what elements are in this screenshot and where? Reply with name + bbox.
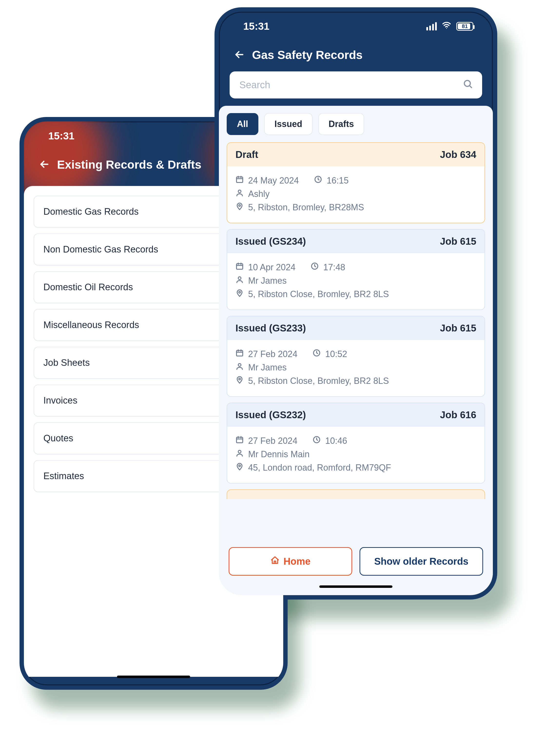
- record-person: Mr James: [248, 362, 286, 373]
- main-panel: All Issued Drafts Draft Job 634 24 May 2…: [219, 106, 493, 592]
- record-job: Job 634: [440, 149, 476, 160]
- record-header: Issued (GS234) Job 615: [227, 230, 485, 253]
- record-date: 10 Apr 2024: [248, 262, 295, 273]
- svg-point-13: [239, 378, 240, 380]
- person-icon: [235, 189, 244, 199]
- record-card[interactable]: Issued (GS234) Job 615 10 Apr 2024 17:48…: [227, 229, 485, 310]
- svg-point-8: [238, 277, 241, 279]
- location-icon: [235, 462, 244, 473]
- svg-rect-2: [236, 177, 243, 182]
- svg-point-5: [239, 205, 240, 207]
- calendar-icon: [235, 175, 244, 186]
- record-card-peek: [227, 489, 485, 499]
- home-icon: [270, 556, 280, 567]
- svg-rect-14: [236, 437, 243, 443]
- older-label: Show older Records: [374, 556, 468, 567]
- record-header: Draft Job 634: [227, 143, 485, 166]
- person-icon: [235, 449, 244, 459]
- record-body: 27 Feb 2024 10:52 Mr James 5, Ribston Cl…: [227, 340, 485, 396]
- status-time: 15:31: [243, 20, 269, 32]
- clock-icon: [311, 262, 319, 273]
- record-job: Job 615: [440, 236, 476, 247]
- record-job: Job 616: [440, 410, 476, 420]
- record-status: Issued (GS234): [235, 236, 306, 247]
- record-time: 10:52: [325, 349, 347, 359]
- record-time: 16:15: [327, 176, 349, 186]
- record-job: Job 615: [440, 323, 476, 334]
- svg-point-9: [239, 291, 240, 293]
- page-title: Gas Safety Records: [252, 48, 363, 62]
- location-icon: [235, 289, 244, 299]
- search-wrap: [219, 71, 493, 106]
- svg-rect-10: [236, 350, 243, 356]
- status-bar: 15:31 81: [219, 12, 493, 41]
- location-icon: [235, 376, 244, 386]
- record-person: Mr James: [248, 276, 286, 286]
- record-time: 10:46: [325, 436, 347, 446]
- status-icons: 81: [426, 20, 473, 32]
- record-person: Ashly: [248, 189, 270, 199]
- home-indicator-icon: [319, 585, 392, 588]
- person-icon: [235, 362, 244, 373]
- svg-rect-6: [236, 264, 243, 269]
- search-input[interactable]: [239, 79, 426, 91]
- tab-all[interactable]: All: [227, 113, 258, 135]
- record-date: 27 Feb 2024: [248, 436, 297, 446]
- tab-issued[interactable]: Issued: [264, 113, 313, 135]
- record-time: 17:48: [323, 262, 345, 273]
- tab-drafts[interactable]: Drafts: [318, 113, 364, 135]
- signal-icon: [426, 22, 437, 30]
- home-indicator-icon: [117, 675, 190, 678]
- record-header: Issued (GS233) Job 615: [227, 316, 485, 340]
- clock-icon: [313, 436, 321, 446]
- person-icon: [235, 276, 244, 286]
- record-address: 5, Ribston Close, Bromley, BR2 8LS: [248, 289, 389, 299]
- record-body: 10 Apr 2024 17:48 Mr James 5, Ribston Cl…: [227, 253, 485, 310]
- back-arrow-icon[interactable]: [233, 49, 245, 61]
- record-status: Issued (GS232): [235, 410, 306, 420]
- record-body: 24 May 2024 16:15 Ashly 5, Ribston, Brom…: [227, 166, 485, 223]
- record-status: Draft: [235, 149, 258, 160]
- wifi-icon: [442, 20, 452, 32]
- location-icon: [235, 202, 244, 213]
- record-status: Issued (GS233): [235, 323, 306, 334]
- record-card[interactable]: Draft Job 634 24 May 2024 16:15 Ashly: [227, 142, 485, 223]
- clock-icon: [314, 175, 322, 186]
- home-button[interactable]: Home: [229, 547, 352, 575]
- record-address: 5, Ribston Close, Bromley, BR2 8LS: [248, 376, 389, 386]
- record-address: 5, Ribston, Bromley, BR28MS: [248, 202, 364, 213]
- home-label: Home: [284, 556, 311, 567]
- record-date: 27 Feb 2024: [248, 349, 297, 359]
- header: Gas Safety Records: [219, 41, 493, 71]
- page-title: Existing Records & Drafts: [57, 158, 201, 171]
- back-arrow-icon[interactable]: [39, 158, 50, 171]
- clock-icon: [313, 349, 321, 359]
- calendar-icon: [235, 262, 244, 273]
- svg-point-16: [238, 450, 241, 453]
- search-icon[interactable]: [463, 79, 473, 91]
- calendar-icon: [235, 349, 244, 359]
- calendar-icon: [235, 436, 244, 446]
- record-card[interactable]: Issued (GS233) Job 615 27 Feb 2024 10:52…: [227, 316, 485, 397]
- status-time: 15:31: [48, 130, 74, 142]
- svg-point-17: [239, 465, 240, 467]
- phone-2: 15:31 81 Gas Safety Records All Issued: [215, 7, 497, 600]
- record-date: 24 May 2024: [248, 176, 299, 186]
- svg-point-12: [238, 364, 241, 366]
- tabs: All Issued Drafts: [227, 113, 485, 135]
- search-box: [230, 71, 482, 98]
- record-header: Issued (GS232) Job 616: [227, 403, 485, 427]
- record-card[interactable]: Issued (GS232) Job 616 27 Feb 2024 10:46…: [227, 403, 485, 483]
- older-records-button[interactable]: Show older Records: [359, 547, 483, 575]
- record-person: Mr Dennis Main: [248, 449, 310, 459]
- record-address: 45, London road, Romford, RM79QF: [248, 463, 391, 473]
- svg-point-0: [446, 28, 447, 29]
- record-body: 27 Feb 2024 10:46 Mr Dennis Main 45, Lon…: [227, 427, 485, 483]
- battery-icon: 81: [456, 22, 473, 31]
- svg-point-4: [238, 190, 241, 193]
